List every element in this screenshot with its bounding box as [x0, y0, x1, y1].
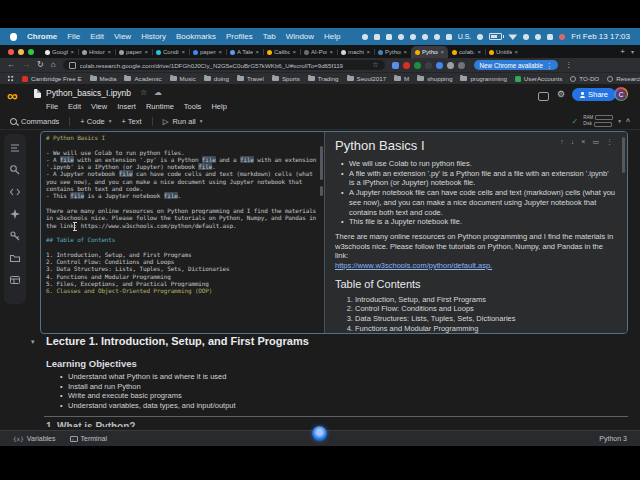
- sync-icon[interactable]: [523, 34, 529, 40]
- browser-tab-9[interactable]: Python ×: [374, 46, 411, 58]
- bookmark-item[interactable]: TO-DO: [570, 75, 599, 82]
- tab-close-icon[interactable]: ×: [181, 49, 185, 55]
- reload-icon[interactable]: ↻: [37, 61, 44, 69]
- music-icon[interactable]: [559, 34, 565, 40]
- wifi-icon[interactable]: [508, 33, 517, 40]
- star-notebook-icon[interactable]: ☆: [140, 88, 147, 97]
- tab-close-icon[interactable]: ×: [403, 49, 407, 55]
- colab-logo-icon[interactable]: ∞: [7, 88, 18, 103]
- kernel-status[interactable]: Python 3: [594, 435, 632, 442]
- menubar-item-help[interactable]: Help: [324, 32, 340, 41]
- settings-gear-icon[interactable]: ⚙: [557, 89, 565, 99]
- source-line[interactable]: '.ipynb' is a IPython (or Jupyter) noteb…: [46, 163, 324, 170]
- site-info-icon[interactable]: [69, 62, 76, 69]
- w3schools-link[interactable]: https://www.w3schools.com/python/default…: [335, 261, 615, 271]
- tab-close-icon[interactable]: ×: [107, 49, 111, 55]
- menubar-item-window[interactable]: Window: [286, 32, 314, 41]
- tab-search-icon[interactable]: ▾: [631, 48, 640, 58]
- variables-button[interactable]: {x} Variables: [8, 435, 61, 442]
- resource-gauges[interactable]: RAM Disk: [583, 115, 613, 127]
- source-line[interactable]: There are many online resources on Pytho…: [46, 207, 324, 214]
- source-line[interactable]: - This file is a Jupyter notebook file.: [46, 192, 324, 199]
- input-source-label[interactable]: U.S.: [458, 33, 472, 40]
- move-cell-down-icon[interactable]: ↓: [571, 138, 575, 146]
- bookmark-item[interactable]: Music: [170, 75, 196, 82]
- colab-menu-edit[interactable]: Edit: [68, 102, 81, 111]
- maximize-window-button[interactable]: [28, 49, 34, 55]
- menubar-item-tab[interactable]: Tab: [263, 32, 276, 41]
- minimize-window-button[interactable]: [18, 49, 24, 55]
- menubar-item-chrome[interactable]: Chrome: [27, 32, 57, 41]
- collapse-header-icon[interactable]: ^: [626, 118, 630, 125]
- source-line[interactable]: 3. Data Structures: Lists, Tuples, Sets,…: [46, 265, 324, 272]
- markdown-cell[interactable]: # Python Basics I - We will use Colab to…: [40, 131, 628, 334]
- forward-icon[interactable]: →: [22, 61, 30, 69]
- colab-menu-file[interactable]: File: [46, 102, 58, 111]
- resources-dropdown-icon[interactable]: ▾: [618, 118, 621, 124]
- url-text[interactable]: colab.research.google.com/drive/1DFGh0J0…: [80, 62, 369, 69]
- extension-icon-6[interactable]: [447, 62, 454, 69]
- tab-close-icon[interactable]: ×: [477, 49, 481, 55]
- browser-tab-11[interactable]: colab.g ×: [448, 46, 485, 58]
- menubar-item-edit[interactable]: Edit: [90, 32, 104, 41]
- bookmark-item[interactable]: Research Agenda: [607, 75, 640, 82]
- preview-scrollbar[interactable]: [622, 137, 625, 173]
- tab-close-icon[interactable]: ×: [440, 49, 444, 55]
- save-status-cloud-icon[interactable]: ☁: [154, 88, 162, 97]
- source-line[interactable]: 5. Files, Exceptions, and Practical Prog…: [46, 280, 324, 287]
- source-line[interactable]: 4. Functions and Modular Programming: [46, 273, 324, 280]
- section-collapse-icon[interactable]: ▾: [31, 338, 35, 346]
- menubar-item-view[interactable]: View: [114, 32, 131, 41]
- extension-icon-1[interactable]: [392, 62, 399, 69]
- control-center-icon[interactable]: [547, 34, 553, 40]
- browser-tab-6[interactable]: Calibo ×: [263, 46, 300, 58]
- close-editor-icon[interactable]: ×: [581, 138, 585, 146]
- browser-tab-12[interactable]: Untitle ×: [485, 46, 522, 58]
- more-cell-actions-icon[interactable]: ⋮: [606, 138, 613, 146]
- add-text-button[interactable]: + Text: [122, 117, 142, 126]
- colab-menu-tools[interactable]: Tools: [184, 102, 202, 111]
- source-line[interactable]: in w3schools nice. Please follow the tut…: [46, 214, 324, 221]
- browser-tab-8[interactable]: machin ×: [337, 46, 374, 58]
- extension-icon-2[interactable]: [403, 62, 410, 69]
- find-replace-icon[interactable]: [9, 164, 21, 176]
- volume-icon[interactable]: [434, 34, 440, 40]
- bookmark-item[interactable]: programming: [460, 75, 506, 82]
- files-folder-icon[interactable]: [9, 252, 21, 264]
- source-line[interactable]: contains both text and code.: [46, 185, 324, 192]
- tab-close-icon[interactable]: ×: [70, 49, 74, 55]
- terminal-button[interactable]: >_ Terminal: [65, 435, 112, 442]
- source-line[interactable]: - A file with an extension '.py' is a Py…: [46, 156, 324, 163]
- add-code-button[interactable]: + Code ▾: [80, 117, 111, 126]
- extension-icon-7[interactable]: [458, 62, 465, 69]
- run-all-button[interactable]: ▷ Run all ▾: [163, 117, 203, 126]
- data-table-icon[interactable]: [9, 274, 21, 286]
- close-window-button[interactable]: [8, 49, 14, 55]
- browser-tab-2[interactable]: papers ×: [115, 46, 152, 58]
- new-tab-button[interactable]: +: [616, 47, 631, 58]
- address-bar[interactable]: colab.research.google.com/drive/1DFGh0J0…: [63, 60, 385, 70]
- tab-close-icon[interactable]: ×: [218, 49, 222, 55]
- markdown-source-editor[interactable]: # Python Basics I - We will use Colab to…: [41, 132, 324, 333]
- source-line[interactable]: [46, 200, 324, 207]
- browser-tab-4[interactable]: papers ×: [189, 46, 226, 58]
- source-line[interactable]: - A Jupyter notebook file can have code …: [46, 170, 324, 177]
- menubar-item-file[interactable]: File: [67, 32, 80, 41]
- messages-icon[interactable]: [398, 34, 404, 40]
- gemini-spark-icon[interactable]: [9, 208, 21, 220]
- browser-tab-10[interactable]: Python ×: [411, 46, 448, 58]
- browser-tab-1[interactable]: History ×: [78, 46, 115, 58]
- tab-close-icon[interactable]: ×: [329, 49, 333, 55]
- source-line[interactable]: 1. Introduction, Setup, and First Progra…: [46, 251, 324, 258]
- source-line[interactable]: the link: https://www.w3schools.com/pyth…: [46, 222, 324, 229]
- colab-menu-help[interactable]: Help: [211, 102, 226, 111]
- toc-icon[interactable]: [9, 142, 21, 154]
- extension-icon-5[interactable]: [436, 62, 443, 69]
- account-avatar[interactable]: C: [614, 87, 628, 101]
- weather-icon[interactable]: [410, 34, 416, 40]
- floating-assistant-button[interactable]: [312, 426, 327, 441]
- source-line[interactable]: you see now), and you can make a nice do…: [46, 178, 324, 185]
- back-icon[interactable]: ←: [7, 61, 15, 69]
- bookmark-item[interactable]: UserAccounts: [515, 75, 563, 82]
- bookmark-item[interactable]: Media: [90, 75, 117, 82]
